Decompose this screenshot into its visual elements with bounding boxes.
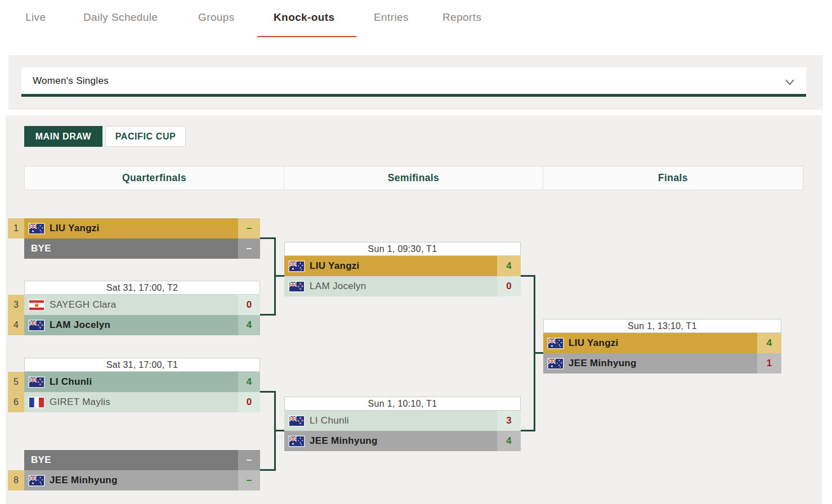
player-name: GIRET Maylis [50,397,238,408]
flag-tahiti-icon [29,300,44,310]
nav-item-groups[interactable]: Groups [198,11,235,24]
player-name: SAYEGH Clara [50,299,238,310]
player-row[interactable]: GIRET Maylis0 [24,392,260,412]
player-name: LI Chunli [50,376,238,388]
player-name: LIU Yangzi [310,260,497,272]
player-score: 3 [497,411,521,431]
player-score: – [238,470,260,490]
player-score: 1 [757,353,781,374]
player-name: JEE Minhyung [310,435,497,447]
player-score: 4 [497,431,521,451]
player-name: LAM Jocelyn [310,281,497,292]
bracket-connector [521,430,535,431]
seed-number: 8 [8,470,24,490]
player-score: – [238,238,260,259]
match-schedule: Sat 31, 17:00, T1 [24,358,260,372]
tab-pacific-cup[interactable]: PACIFIC CUP [105,126,186,147]
bracket-connector [260,469,276,471]
flag-new-zealand-icon [29,321,44,330]
player-score: – [238,450,260,470]
flag-new-zealand-icon [289,282,304,291]
player-score: 4 [497,256,521,276]
player-row[interactable]: JEE Minhyung– [24,470,260,490]
player-row[interactable]: LAM Jocelyn4 [24,315,260,335]
player-name: JEE Minhyung [50,475,238,486]
flag-australia-icon [29,224,44,233]
flag-australia-icon [289,262,304,271]
round-header-semifinals: Semifinals [284,166,543,190]
match-schedule: Sun 1, 13:10, T1 [543,319,781,333]
flag-new-zealand-icon [29,377,44,387]
match-semifinals-1: Sun 1, 09:30, T1LIU Yangzi4LAM Jocelyn0 [284,242,521,296]
match-finals-1: Sun 1, 13:10, T1LIU Yangzi4JEE Minhyung1 [543,319,781,374]
bracket-connector [534,352,543,354]
tab-main-draw[interactable]: MAIN DRAW [24,126,102,147]
nav-item-daily-schedule[interactable]: Daily Schedule [83,11,158,24]
player-name: LIU Yangzi [569,338,757,349]
flag-australia-icon [548,359,563,368]
seed-number: 1 [8,218,24,238]
player-row[interactable]: LIU Yangzi– [24,218,260,238]
bracket-connector [260,391,276,393]
player-score: – [238,218,260,238]
player-score: 4 [757,333,781,353]
player-row[interactable]: BYE– [24,238,260,259]
chevron-down-icon [784,76,796,88]
seed-number: 4 [8,315,24,335]
round-header-finals: Finals [543,166,803,190]
seed-number: 6 [8,392,24,412]
player-row[interactable]: LIU Yangzi4 [543,333,781,353]
nav-item-entries[interactable]: Entries [374,11,409,24]
player-row[interactable]: SAYEGH Clara0 [24,295,260,315]
active-tab-underline [257,36,356,37]
player-name: JEE Minhyung [569,358,757,369]
player-name: LAM Jocelyn [50,320,238,331]
player-row[interactable]: JEE Minhyung1 [543,353,781,374]
nav-item-reports[interactable]: Reports [442,11,481,24]
nav-item-knock-outs[interactable]: Knock-outs [274,11,335,24]
flag-australia-icon [289,436,304,446]
match-schedule: Sat 31, 17:00, T2 [24,281,260,295]
bracket-connector [274,275,284,277]
player-row[interactable]: BYE– [24,450,260,470]
match-semifinals-2: Sun 1, 10:10, T1LI Chunli3JEE Minhyung4 [284,397,521,451]
match-quarterfinals-1: LIU Yangzi–1BYE– [24,218,260,259]
match-quarterfinals-2: Sat 31, 17:00, T2SAYEGH Clara03LAM Jocel… [24,281,260,335]
match-schedule: Sun 1, 10:10, T1 [284,397,521,411]
round-header-quarterfinals: Quarterfinals [24,166,284,190]
player-score: 4 [238,372,260,392]
flag-new-zealand-icon [289,416,304,426]
seed-number: 5 [8,372,24,392]
player-row[interactable]: LAM Jocelyn0 [284,276,521,296]
flag-australia-icon [29,476,44,485]
match-quarterfinals-3: Sat 31, 17:00, T1LI Chunli45GIRET Maylis… [24,358,260,412]
player-name: BYE [31,243,238,254]
nav-item-live[interactable]: Live [25,11,46,24]
player-score: 0 [497,276,521,296]
player-name: LIU Yangzi [50,223,238,234]
bracket-connector [260,237,276,239]
event-select[interactable]: Women's Singles [21,68,806,97]
player-row[interactable]: LI Chunli3 [284,411,521,431]
match-schedule: Sun 1, 09:30, T1 [284,242,521,256]
player-row[interactable]: LI Chunli4 [24,372,260,392]
bracket-connector [274,430,284,431]
player-name: LI Chunli [310,415,497,426]
player-name: BYE [31,454,238,466]
match-quarterfinals-4: BYE–JEE Minhyung–8 [24,450,260,490]
player-row[interactable]: LIU Yangzi4 [284,256,521,276]
event-select-value: Women's Singles [33,75,109,87]
seed-number: 3 [8,295,24,315]
player-score: 0 [238,295,260,315]
bracket-connector [260,314,276,316]
player-score: 4 [238,315,260,335]
flag-australia-icon [548,339,563,348]
flag-france-icon [29,398,44,407]
player-score: 0 [238,392,260,412]
player-row[interactable]: JEE Minhyung4 [284,431,521,451]
